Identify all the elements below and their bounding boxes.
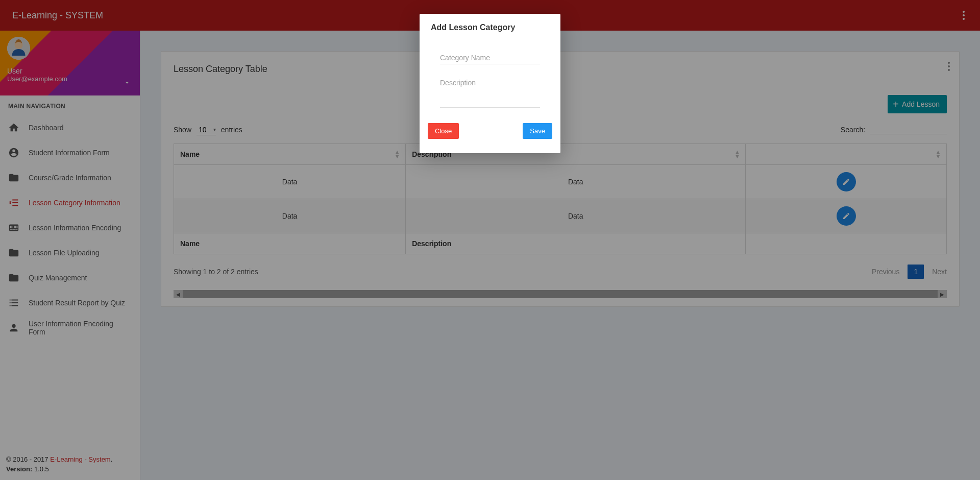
category-name-input[interactable] [440, 52, 540, 64]
close-button[interactable]: Close [428, 123, 459, 139]
modal-title: Add Lesson Category [420, 14, 560, 36]
description-input[interactable] [440, 77, 540, 105]
save-button[interactable]: Save [523, 123, 552, 139]
add-lesson-category-modal: Add Lesson Category Close Save [420, 14, 560, 153]
